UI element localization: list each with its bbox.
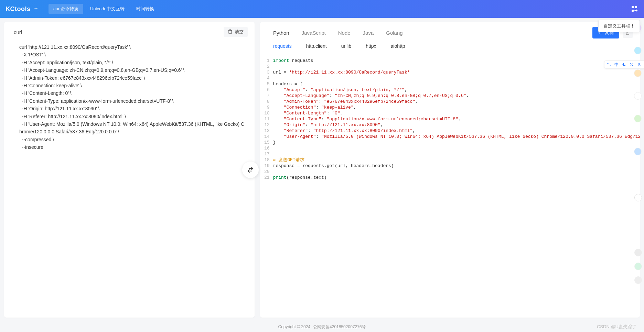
subtab-aiohttp[interactable]: aiohttp <box>385 41 411 51</box>
line-gutter: 123456789101112131415161718192021 <box>264 58 273 311</box>
rail-item-5[interactable] <box>634 115 642 122</box>
rail-item-7[interactable] <box>634 249 642 256</box>
nav-tabs: curl命令转换Unicode中文互转时间转换 <box>49 4 159 14</box>
nav-item-0[interactable]: curl命令转换 <box>49 4 83 14</box>
rail-item-3[interactable] <box>634 69 642 77</box>
library-subtabs: requestshttp.clienturllibhttpxaiohttp <box>260 41 640 56</box>
brand-text: KCtools <box>6 5 31 13</box>
tab-golang[interactable]: Golang <box>380 27 408 38</box>
rail-item-9[interactable] <box>634 276 642 284</box>
nav-item-1[interactable]: Unicode中文互转 <box>85 4 129 14</box>
nav-item-2[interactable]: 时间转换 <box>131 4 159 14</box>
tab-javascript[interactable]: JavaScript <box>296 27 331 38</box>
rail-item-10[interactable] <box>634 194 642 201</box>
svg-rect-2 <box>632 10 634 12</box>
swap-button[interactable] <box>242 162 259 178</box>
output-pane: PythonJavaScriptNodeJavaGolang 复制 reques… <box>260 22 640 318</box>
chevron-down-icon: ﹀ <box>34 6 39 12</box>
subtab-httpx[interactable]: httpx <box>360 41 382 51</box>
brand-logo[interactable]: KCtools ﹀ <box>6 5 38 13</box>
language-tabs: PythonJavaScriptNodeJavaGolang <box>268 27 589 38</box>
rail-item-2[interactable] <box>634 47 642 54</box>
clear-label: 清空 <box>235 29 244 35</box>
side-rail <box>632 24 644 155</box>
main-area: curl 清空 curl 'http://121.11.xx.xx:8090/O… <box>0 18 644 322</box>
curl-title: curl <box>14 29 22 35</box>
curl-pane: curl 清空 curl 'http://121.11.xx.xx:8090/O… <box>4 22 255 318</box>
grid-icon[interactable] <box>630 5 638 13</box>
subtab-requests[interactable]: requests <box>268 41 297 51</box>
svg-rect-0 <box>632 6 634 8</box>
curl-input[interactable]: curl 'http://121.11.xx.xx:8090/OaRecord/… <box>4 41 255 318</box>
topbar-tooltip: 自定义工具栏！ <box>598 20 640 32</box>
curl-pane-header: curl 清空 <box>4 22 255 41</box>
rail-item-6[interactable] <box>634 148 642 155</box>
footer-copyright: Copyright © 2024 <box>278 324 311 329</box>
expand-icon[interactable] <box>607 62 611 67</box>
tab-java[interactable]: Java <box>357 27 379 38</box>
rail-item-8[interactable] <box>634 263 642 270</box>
topbar-actions: 自定义工具栏！ <box>630 5 638 13</box>
language-toggle[interactable]: 中 <box>614 62 619 67</box>
tab-python[interactable]: Python <box>268 27 295 38</box>
topbar: KCtools ﹀ curl命令转换Unicode中文互转时间转换 自定义工具栏… <box>0 0 644 18</box>
moon-icon[interactable] <box>622 62 626 67</box>
watermark: CSDN @U盘失踪了 <box>597 324 636 330</box>
code-lines: import requests url = 'http://121.11.xx.… <box>273 58 640 311</box>
footer-record[interactable]: 公网安备42018502007276号 <box>313 324 366 330</box>
clear-button[interactable]: 清空 <box>224 27 248 37</box>
svg-rect-1 <box>635 6 637 8</box>
rail-item-4[interactable] <box>634 92 642 100</box>
code-output[interactable]: 123456789101112131415161718192021 import… <box>260 56 640 318</box>
subtab-urllib[interactable]: urllib <box>336 41 357 51</box>
trash-icon <box>228 29 233 35</box>
subtab-http-client[interactable]: http.client <box>301 41 332 51</box>
swap-icon <box>247 166 254 174</box>
tab-node[interactable]: Node <box>333 27 356 38</box>
footer: Copyright © 2024 公网安备42018502007276号 <box>0 322 644 332</box>
output-header: PythonJavaScriptNodeJavaGolang 复制 <box>260 22 640 41</box>
